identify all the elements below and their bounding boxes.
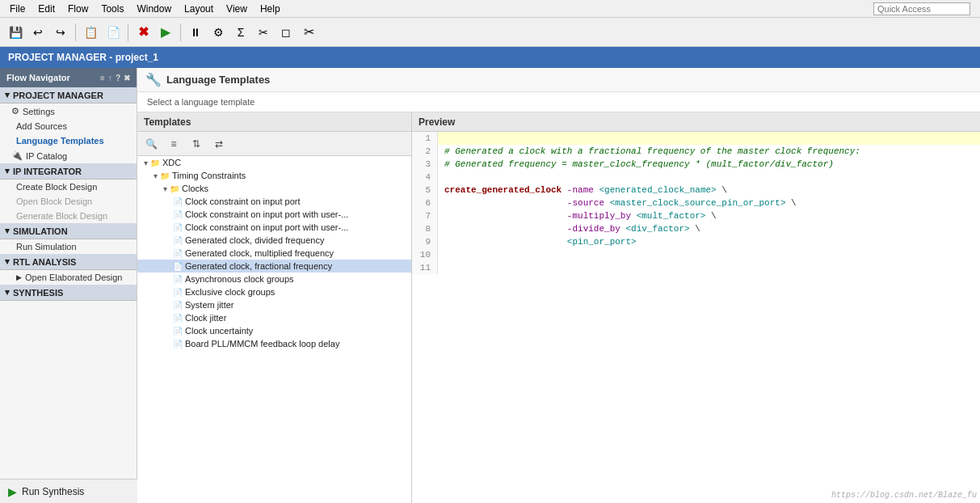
menu-flow[interactable]: Flow [61,2,95,16]
toolbar-copy[interactable]: 📋 [80,22,101,43]
sidebar-item-settings[interactable]: ⚙ Settings [0,104,137,119]
code-line-6: 6 -source <master_clock_source_pin_or_po… [412,197,980,209]
line-num-5: 5 [412,184,438,197]
sidebar-section-synthesis[interactable]: ▾ SYNTHESIS [0,285,137,301]
sidebar-section-simulation[interactable]: ▾ SIMULATION [0,223,137,239]
expand-icon: ▶ [16,273,22,281]
quick-access-input[interactable] [873,2,970,15]
tree-item-board-pll[interactable]: 📄 Board PLL/MMCM feedback loop delay [137,337,411,350]
clocks-label: Clocks [182,184,208,193]
tree-item-clocks[interactable]: ▾ 📁 Clocks [137,182,411,195]
toolbar-rect[interactable]: ◻ [275,22,297,43]
ip-catalog-label: IP Catalog [26,151,67,161]
preview-header-label: Preview [418,116,455,128]
line-content-9: <pin_or_port> [438,235,637,248]
menu-window[interactable]: Window [130,2,178,16]
toolbar-breakpoints[interactable]: ⏸ [185,22,206,43]
menu-view[interactable]: View [220,2,254,16]
sidebar-item-open-elaborated-design[interactable]: ▶ Open Elaborated Design [0,270,137,285]
line-content-1 [438,132,444,145]
tree-item-gen-clock-fractional[interactable]: 📄 Generated clock, fractional frequency [137,260,411,273]
settings-label: Settings [23,107,55,116]
line-content-4 [438,171,444,184]
section-arrow-icon: ▾ [5,256,10,267]
tree-item-gen-clock-divided[interactable]: 📄 Generated clock, divided frequency [137,234,411,247]
toolbar-tools[interactable]: ✂ [298,22,319,43]
content-area: Flow Navigator ≡ ↑ ? ✖ ▾ PROJECT MANAGER… [0,68,980,503]
sidebar-header: Flow Navigator ≡ ↑ ? ✖ [0,68,137,87]
sidebar-section-rtl-analysis[interactable]: ▾ RTL ANALYSIS [0,254,137,270]
templates-list-btn[interactable]: ≡ [165,135,183,153]
sidebar-close-icon[interactable]: ✖ [124,74,130,82]
code-line-3: 3 # Generated frequency = master_clock_f… [412,158,980,171]
tree-item-clock-input-port-user-1[interactable]: 📄 Clock constraint on input port with us… [137,208,411,221]
toolbar-sum[interactable]: Σ [230,22,251,43]
toolbar-sep-1 [75,23,76,41]
file-label: Generated clock, multiplied frequency [185,248,334,258]
sidebar-item-create-block-design[interactable]: Create Block Design [0,180,137,194]
tree-item-clock-input-port-user-2[interactable]: 📄 Clock constraint on input port with us… [137,221,411,234]
toolbar-redo[interactable]: ↪ [50,22,71,43]
toolbar-settings[interactable]: ⚙ [208,22,229,43]
tree-item-clock-uncertainty[interactable]: 📄 Clock uncertainty [137,324,411,337]
run-synthesis-button[interactable]: ▶ Run Synthesis [0,479,137,503]
sidebar-item-ip-catalog[interactable]: 🔌 IP Catalog [0,148,137,163]
sidebar-down-icon[interactable]: ? [116,74,120,82]
file-label: Board PLL/MMCM feedback loop delay [185,339,339,349]
sidebar-item-language-templates[interactable]: Language Templates [0,133,137,148]
tree-item-clock-input-port[interactable]: 📄 Clock constraint on input port [137,195,411,208]
file-label: Clock jitter [185,313,226,323]
sidebar-up-icon[interactable]: ↑ [108,74,112,82]
toolbar-cut[interactable]: ✂ [253,22,274,43]
file-label: Generated clock, divided frequency [185,235,324,245]
tree-item-timing-constraints[interactable]: ▾ 📁 Timing Constraints [137,169,411,182]
toolbar-undo[interactable]: ↩ [27,22,48,43]
sidebar-item-add-sources[interactable]: Add Sources [0,119,137,133]
menu-file[interactable]: File [3,2,32,16]
tree-item-system-jitter[interactable]: 📄 System jitter [137,298,411,311]
sidebar-item-run-simulation[interactable]: Run Simulation [0,239,137,254]
preview-content[interactable]: 1 2 # Generated a clock with a fractiona… [412,132,980,503]
generate-block-design-label: Generate Block Design [16,211,107,221]
tree-item-xdc[interactable]: ▾ 📁 XDC [137,156,411,169]
add-sources-label: Add Sources [16,121,67,131]
section-label: IP INTEGRATOR [13,167,82,176]
tree-item-gen-clock-multiplied[interactable]: 📄 Generated clock, multiplied frequency [137,247,411,260]
section-arrow-icon: ▾ [5,90,10,100]
menu-tools[interactable]: Tools [95,2,130,16]
section-arrow-icon: ▾ [5,287,10,298]
menu-layout[interactable]: Layout [178,2,220,16]
file-icon: 📄 [173,223,183,232]
templates-search-btn[interactable]: 🔍 [142,135,160,153]
tree-item-async-clock-groups[interactable]: 📄 Asynchronous clock groups [137,273,411,285]
menu-edit[interactable]: Edit [32,2,61,16]
folder-expand-icon: ▾ [144,159,148,167]
tree-item-clock-jitter[interactable]: 📄 Clock jitter [137,311,411,324]
toolbar-run[interactable]: ▶ [155,22,176,43]
menu-help[interactable]: Help [254,2,287,16]
toolbar-new[interactable]: 📄 [103,22,124,43]
lt-header-icon: 🔧 [145,72,162,87]
sidebar-item-generate-block-design: Generate Block Design [0,209,137,223]
file-icon: 📄 [173,249,183,258]
preview-panel: Preview 1 2 # Generated a clock with a f… [412,112,980,503]
toolbar: 💾 ↩ ↪ 📋 📄 ✖ ▶ ⏸ ⚙ Σ ✂ ◻ ✂ [0,18,980,47]
toolbar-stop[interactable]: ✖ [132,22,154,43]
tree-item-exclusive-clock-groups[interactable]: 📄 Exclusive clock groups [137,285,411,298]
section-label: SIMULATION [13,226,68,236]
right-content: 🔧 Language Templates Select a language t… [137,68,980,503]
file-icon: 📄 [173,210,183,219]
templates-filter-btn[interactable]: ⇄ [210,135,228,153]
templates-sort-btn[interactable]: ⇅ [187,135,205,153]
file-icon: 📄 [173,197,183,206]
file-icon: 📄 [173,314,183,323]
lt-subtitle-text: Select a language template [147,97,254,107]
sidebar-section-project-manager[interactable]: ▾ PROJECT MANAGER [0,87,137,104]
sidebar-collapse-icon[interactable]: ≡ [100,74,105,82]
section-label: PROJECT MANAGER [13,91,103,100]
code-line-9: 9 <pin_or_port> [412,235,980,248]
line-content-6: -source <master_clock_source_pin_or_port… [438,197,797,209]
toolbar-save[interactable]: 💾 [5,22,26,43]
sidebar-section-ip-integrator[interactable]: ▾ IP INTEGRATOR [0,163,137,180]
sidebar: Flow Navigator ≡ ↑ ? ✖ ▾ PROJECT MANAGER… [0,68,137,503]
